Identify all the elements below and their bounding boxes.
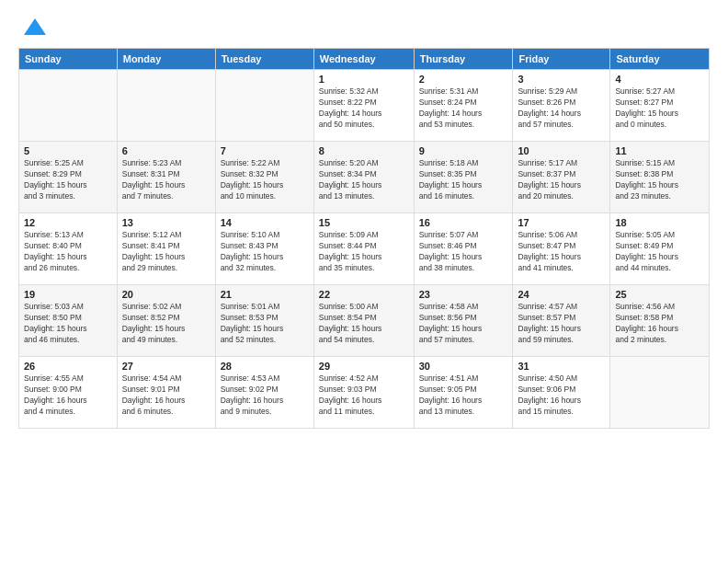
day-info: Sunrise: 4:51 AMSunset: 9:05 PMDaylight:… — [419, 373, 508, 418]
day-cell: 25Sunrise: 4:56 AMSunset: 8:58 PMDayligh… — [610, 285, 710, 357]
day-cell: 13Sunrise: 5:12 AMSunset: 8:41 PMDayligh… — [117, 213, 215, 285]
day-info: Sunrise: 5:02 AMSunset: 8:52 PMDaylight:… — [122, 302, 210, 346]
logo — [18, 15, 48, 40]
day-info: Sunrise: 5:01 AMSunset: 8:53 PMDaylight:… — [221, 302, 309, 346]
day-cell: 4Sunrise: 5:27 AMSunset: 8:27 PMDaylight… — [610, 70, 710, 142]
day-cell — [117, 70, 215, 142]
week-row-4: 19Sunrise: 5:03 AMSunset: 8:50 PMDayligh… — [19, 285, 710, 357]
day-cell: 23Sunrise: 4:58 AMSunset: 8:56 PMDayligh… — [414, 285, 513, 357]
day-info: Sunrise: 5:13 AMSunset: 8:40 PMDaylight:… — [24, 230, 112, 274]
day-number: 1 — [319, 74, 409, 85]
day-info: Sunrise: 5:00 AMSunset: 8:54 PMDaylight:… — [319, 302, 409, 346]
day-info: Sunrise: 5:09 AMSunset: 8:44 PMDaylight:… — [319, 230, 409, 274]
day-info: Sunrise: 5:17 AMSunset: 8:37 PMDaylight:… — [518, 158, 605, 202]
day-number: 25 — [615, 289, 704, 300]
day-cell: 9Sunrise: 5:18 AMSunset: 8:35 PMDaylight… — [414, 142, 513, 213]
day-info: Sunrise: 4:52 AMSunset: 9:03 PMDaylight:… — [319, 373, 409, 418]
day-cell: 7Sunrise: 5:22 AMSunset: 8:32 PMDaylight… — [215, 142, 313, 213]
day-cell: 21Sunrise: 5:01 AMSunset: 8:53 PMDayligh… — [215, 285, 313, 357]
day-cell: 10Sunrise: 5:17 AMSunset: 8:37 PMDayligh… — [513, 142, 610, 213]
day-cell: 31Sunrise: 4:50 AMSunset: 9:06 PMDayligh… — [513, 357, 610, 429]
day-cell: 3Sunrise: 5:29 AMSunset: 8:26 PMDaylight… — [513, 70, 610, 142]
day-number: 28 — [221, 361, 309, 372]
weekday-header-row: SundayMondayTuesdayWednesdayThursdayFrid… — [19, 49, 710, 70]
day-info: Sunrise: 5:23 AMSunset: 8:31 PMDaylight:… — [122, 158, 210, 202]
day-number: 7 — [221, 145, 309, 156]
day-info: Sunrise: 5:06 AMSunset: 8:47 PMDaylight:… — [518, 230, 605, 274]
day-number: 27 — [122, 361, 210, 372]
day-number: 20 — [122, 289, 210, 300]
day-number: 6 — [122, 145, 210, 156]
day-cell: 15Sunrise: 5:09 AMSunset: 8:44 PMDayligh… — [313, 213, 414, 285]
day-cell: 28Sunrise: 4:53 AMSunset: 9:02 PMDayligh… — [215, 357, 313, 429]
day-cell — [215, 70, 313, 142]
day-cell: 12Sunrise: 5:13 AMSunset: 8:40 PMDayligh… — [19, 213, 118, 285]
day-cell: 19Sunrise: 5:03 AMSunset: 8:50 PMDayligh… — [19, 285, 118, 357]
day-number: 21 — [221, 289, 309, 300]
day-cell: 26Sunrise: 4:55 AMSunset: 9:00 PMDayligh… — [19, 357, 118, 429]
svg-marker-0 — [24, 18, 46, 35]
day-cell: 22Sunrise: 5:00 AMSunset: 8:54 PMDayligh… — [313, 285, 414, 357]
day-number: 15 — [319, 217, 409, 228]
day-number: 29 — [319, 361, 409, 372]
day-info: Sunrise: 5:03 AMSunset: 8:50 PMDaylight:… — [24, 302, 112, 346]
day-info: Sunrise: 5:15 AMSunset: 8:38 PMDaylight:… — [615, 158, 704, 202]
day-cell: 30Sunrise: 4:51 AMSunset: 9:05 PMDayligh… — [414, 357, 513, 429]
day-info: Sunrise: 5:31 AMSunset: 8:24 PMDaylight:… — [419, 86, 508, 131]
weekday-header-saturday: Saturday — [610, 49, 710, 70]
day-number: 18 — [615, 217, 704, 228]
week-row-2: 5Sunrise: 5:25 AMSunset: 8:29 PMDaylight… — [19, 142, 710, 213]
weekday-header-tuesday: Tuesday — [215, 49, 313, 70]
week-row-3: 12Sunrise: 5:13 AMSunset: 8:40 PMDayligh… — [19, 213, 710, 285]
day-cell: 6Sunrise: 5:23 AMSunset: 8:31 PMDaylight… — [117, 142, 215, 213]
weekday-header-friday: Friday — [513, 49, 610, 70]
logo-icon — [22, 15, 48, 40]
day-cell: 14Sunrise: 5:10 AMSunset: 8:43 PMDayligh… — [215, 213, 313, 285]
calendar-table: SundayMondayTuesdayWednesdayThursdayFrid… — [18, 48, 710, 429]
day-number: 12 — [24, 217, 112, 228]
day-number: 4 — [615, 74, 704, 85]
day-info: Sunrise: 5:25 AMSunset: 8:29 PMDaylight:… — [24, 158, 112, 202]
day-number: 30 — [419, 361, 508, 372]
day-number: 10 — [518, 145, 605, 156]
day-cell: 5Sunrise: 5:25 AMSunset: 8:29 PMDaylight… — [19, 142, 118, 213]
day-number: 31 — [518, 361, 605, 372]
weekday-header-sunday: Sunday — [19, 49, 118, 70]
weekday-header-thursday: Thursday — [414, 49, 513, 70]
day-cell: 29Sunrise: 4:52 AMSunset: 9:03 PMDayligh… — [313, 357, 414, 429]
day-number: 5 — [24, 145, 112, 156]
day-info: Sunrise: 4:56 AMSunset: 8:58 PMDaylight:… — [615, 302, 704, 346]
day-info: Sunrise: 5:10 AMSunset: 8:43 PMDaylight:… — [221, 230, 309, 274]
day-info: Sunrise: 4:55 AMSunset: 9:00 PMDaylight:… — [24, 373, 112, 418]
header — [18, 15, 710, 40]
day-cell: 16Sunrise: 5:07 AMSunset: 8:46 PMDayligh… — [414, 213, 513, 285]
day-info: Sunrise: 5:12 AMSunset: 8:41 PMDaylight:… — [122, 230, 210, 274]
day-info: Sunrise: 4:57 AMSunset: 8:57 PMDaylight:… — [518, 302, 605, 346]
day-info: Sunrise: 5:07 AMSunset: 8:46 PMDaylight:… — [419, 230, 508, 274]
day-cell: 24Sunrise: 4:57 AMSunset: 8:57 PMDayligh… — [513, 285, 610, 357]
day-info: Sunrise: 4:58 AMSunset: 8:56 PMDaylight:… — [419, 302, 508, 346]
day-number: 17 — [518, 217, 605, 228]
day-info: Sunrise: 4:54 AMSunset: 9:01 PMDaylight:… — [122, 373, 210, 418]
weekday-header-wednesday: Wednesday — [313, 49, 414, 70]
day-cell: 8Sunrise: 5:20 AMSunset: 8:34 PMDaylight… — [313, 142, 414, 213]
day-info: Sunrise: 5:22 AMSunset: 8:32 PMDaylight:… — [221, 158, 309, 202]
day-info: Sunrise: 5:27 AMSunset: 8:27 PMDaylight:… — [615, 86, 704, 131]
day-number: 24 — [518, 289, 605, 300]
day-cell — [19, 70, 118, 142]
day-number: 22 — [319, 289, 409, 300]
day-info: Sunrise: 5:29 AMSunset: 8:26 PMDaylight:… — [518, 86, 605, 131]
day-info: Sunrise: 5:20 AMSunset: 8:34 PMDaylight:… — [319, 158, 409, 202]
day-number: 8 — [319, 145, 409, 156]
day-number: 11 — [615, 145, 704, 156]
day-info: Sunrise: 5:32 AMSunset: 8:22 PMDaylight:… — [319, 86, 409, 131]
day-cell: 1Sunrise: 5:32 AMSunset: 8:22 PMDaylight… — [313, 70, 414, 142]
day-info: Sunrise: 4:50 AMSunset: 9:06 PMDaylight:… — [518, 373, 605, 418]
day-cell: 20Sunrise: 5:02 AMSunset: 8:52 PMDayligh… — [117, 285, 215, 357]
day-number: 26 — [24, 361, 112, 372]
week-row-5: 26Sunrise: 4:55 AMSunset: 9:00 PMDayligh… — [19, 357, 710, 429]
day-cell: 27Sunrise: 4:54 AMSunset: 9:01 PMDayligh… — [117, 357, 215, 429]
day-number: 13 — [122, 217, 210, 228]
page: SundayMondayTuesdayWednesdayThursdayFrid… — [0, 0, 728, 563]
day-cell — [610, 357, 710, 429]
